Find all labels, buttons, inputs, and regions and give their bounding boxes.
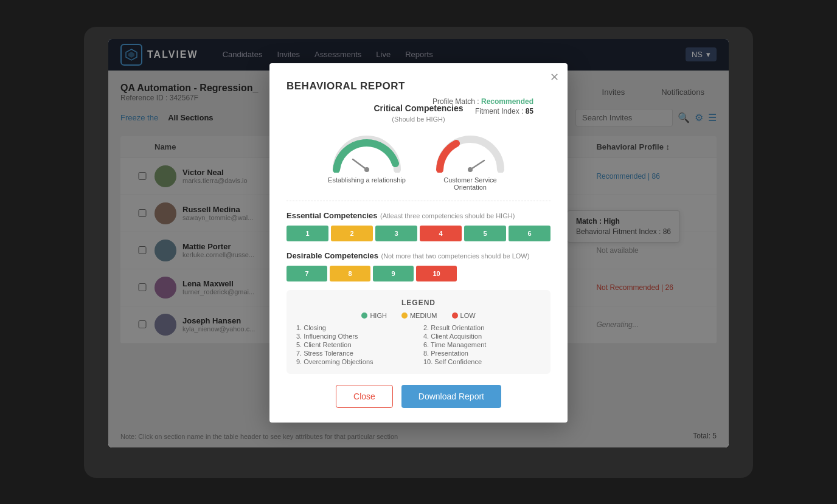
behavioral-report-modal: ✕ BEHAVIORAL REPORT Profile Match : Reco…	[269, 63, 568, 423]
bar-6: 6	[509, 226, 550, 241]
gauge-relationship: Establishing a relationship	[327, 130, 406, 191]
essential-title: Essential Competencies	[287, 211, 378, 220]
essential-note: (Atleast three competencies should be HI…	[380, 212, 515, 219]
bar-9: 9	[373, 266, 414, 281]
fitment-row: Fitment Index : 85	[432, 107, 533, 116]
gauge2-label: Customer Service Orientation	[431, 176, 510, 191]
close-button[interactable]: Close	[336, 385, 393, 408]
legend-medium: MEDIUM	[401, 312, 437, 319]
gauge1-svg	[327, 130, 406, 173]
svg-point-3	[364, 167, 369, 172]
legend-item-10: 10. Self Confidence	[423, 358, 541, 365]
gauge2-svg	[431, 130, 510, 173]
legend-items: 1. Closing 2. Result Orientation 3. Infl…	[296, 324, 541, 365]
profile-match-area: Profile Match : Recommended Fitment Inde…	[432, 97, 533, 117]
high-label: HIGH	[370, 312, 387, 319]
legend-dots: HIGH MEDIUM LOW	[296, 312, 541, 319]
bar-3: 3	[375, 226, 417, 241]
legend-item-1: 1. Closing	[296, 324, 414, 331]
svg-point-5	[468, 167, 473, 172]
desirable-bars: 7 8 9 10	[287, 266, 457, 281]
profile-match-row: Profile Match : Recommended	[432, 97, 533, 106]
svg-line-2	[353, 159, 367, 170]
download-report-button[interactable]: Download Report	[401, 385, 501, 408]
legend-low: LOW	[452, 312, 476, 319]
laptop-screen: TALVIEW Candidates Invites Assessments L…	[108, 39, 729, 447]
gauge1-label: Establishing a relationship	[328, 176, 406, 184]
modal-close-button[interactable]: ✕	[550, 71, 559, 84]
bar-8: 8	[330, 266, 370, 281]
bar-5: 5	[464, 226, 506, 241]
legend-item-6: 6. Time Management	[423, 341, 541, 348]
bar-1: 1	[287, 226, 328, 241]
desirable-title: Desirable Competencies	[287, 251, 378, 260]
medium-label: MEDIUM	[410, 312, 437, 319]
legend-item-7: 7. Stress Tolerance	[296, 350, 414, 357]
legend-item-2: 2. Result Orientation	[423, 324, 541, 331]
low-label: LOW	[460, 312, 476, 319]
desirable-note: (Not more that two competencies should b…	[381, 252, 529, 260]
essential-bars: 1 2 3 4 5 6	[287, 226, 550, 241]
medium-dot	[401, 312, 408, 319]
bar-4: 4	[420, 226, 462, 241]
legend-item-9: 9. Overcoming Objections	[296, 358, 414, 365]
low-dot	[452, 312, 458, 319]
bar-10: 10	[416, 266, 457, 281]
gauges-row: Establishing a relationship Customer S	[287, 130, 550, 191]
modal-title: BEHAVIORAL REPORT	[287, 80, 550, 92]
gauge-service: Customer Service Orientation	[431, 130, 510, 191]
legend-item-3: 3. Influencing Others	[296, 333, 414, 340]
legend-box: LEGEND HIGH MEDIUM LOW	[287, 290, 550, 374]
section-divider	[287, 201, 550, 201]
legend-title: LEGEND	[296, 299, 541, 307]
modal-overlay: ✕ BEHAVIORAL REPORT Profile Match : Reco…	[108, 39, 729, 447]
legend-item-5: 5. Client Retention	[296, 341, 414, 348]
high-dot	[361, 312, 367, 319]
svg-line-4	[470, 161, 484, 170]
laptop-frame: TALVIEW Candidates Invites Assessments L…	[84, 27, 753, 478]
legend-item-8: 8. Presentation	[423, 350, 541, 357]
bar-2: 2	[331, 226, 373, 241]
modal-footer: Close Download Report	[287, 385, 550, 408]
bar-7: 7	[287, 266, 327, 281]
legend-high: HIGH	[361, 312, 387, 319]
legend-item-4: 4. Client Acquisition	[423, 333, 541, 340]
